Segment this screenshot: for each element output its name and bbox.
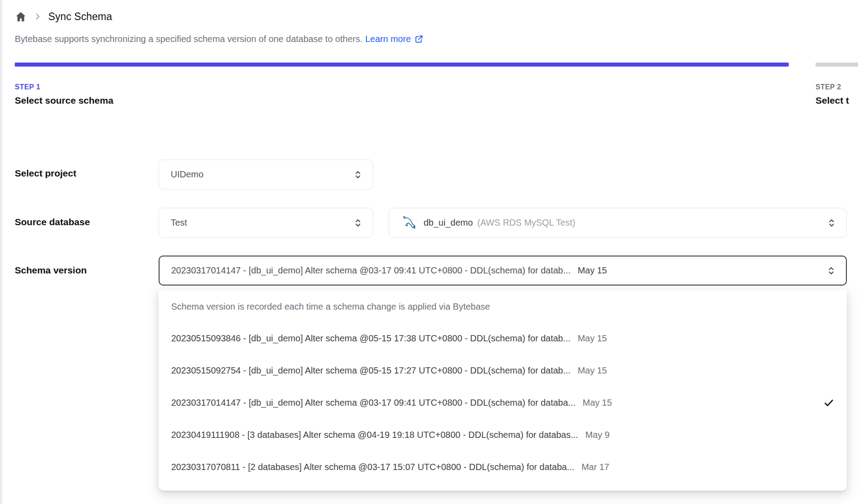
- step-2-block: STEP 2 Select t: [816, 83, 849, 106]
- project-select[interactable]: UIDemo: [159, 160, 373, 189]
- step-1-number: STEP 1: [15, 83, 114, 91]
- select-project-label: Select project: [15, 168, 76, 179]
- chevron-up-down-icon: [353, 170, 363, 180]
- source-database-label: Source database: [15, 217, 90, 227]
- option-text: 20230515092754 - [db_ui_demo] Alter sche…: [171, 365, 571, 376]
- environment-select-value: Test: [171, 218, 187, 228]
- chevron-up-down-icon: [353, 218, 363, 228]
- schema-version-option[interactable]: 20230515093846 - [db_ui_demo] Alter sche…: [159, 322, 847, 354]
- option-text: 20230515093846 - [db_ui_demo] Alter sche…: [171, 333, 571, 344]
- schema-version-option[interactable]: 20230317070811 - [2 databases] Alter sch…: [159, 451, 847, 483]
- schema-version-option-selected[interactable]: 20230317014147 - [db_ui_demo] Alter sche…: [159, 386, 847, 419]
- schema-version-option[interactable]: 20230515092754 - [db_ui_demo] Alter sche…: [159, 354, 847, 386]
- dropdown-header: Schema version is recorded each time a s…: [159, 302, 847, 322]
- option-date: Mar 17: [581, 462, 609, 472]
- sync-schema-page: Sync Schema Bytebase supports synchroniz…: [2, 0, 858, 504]
- chevron-up-down-icon: [827, 218, 837, 228]
- page-title: Sync Schema: [48, 11, 112, 23]
- option-text: 20230317014147 - [db_ui_demo] Alter sche…: [171, 398, 576, 408]
- step-1-block: STEP 1 Select source schema: [15, 83, 114, 106]
- option-date: May 9: [585, 430, 610, 440]
- intro-description: Bytebase supports synchronizing a specif…: [15, 34, 362, 44]
- progress-bar-step1: [15, 63, 789, 67]
- schema-version-select[interactable]: 20230317014147 - [db_ui_demo] Alter sche…: [159, 256, 847, 286]
- chevron-up-down-icon: [826, 266, 836, 276]
- database-select-detail: (AWS RDS MySQL Test): [477, 218, 575, 228]
- schema-version-option[interactable]: 20230419111908 - [3 databases] Alter sch…: [159, 419, 847, 451]
- schema-version-date: May 15: [578, 265, 607, 276]
- option-text: 20230317070811 - [2 databases] Alter sch…: [171, 462, 574, 472]
- learn-more-link[interactable]: Learn more: [365, 34, 423, 44]
- schema-version-label: Schema version: [15, 265, 87, 276]
- environment-select[interactable]: Test: [159, 208, 373, 238]
- option-text: 20230419111908 - [3 databases] Alter sch…: [171, 430, 578, 440]
- learn-more-label: Learn more: [365, 34, 411, 44]
- chevron-right-icon: [33, 12, 42, 21]
- project-select-value: UIDemo: [171, 169, 203, 180]
- step-1-title: Select source schema: [15, 95, 114, 106]
- option-date: May 15: [578, 333, 607, 344]
- home-icon[interactable]: [15, 11, 27, 23]
- intro-text: Bytebase supports synchronizing a specif…: [15, 34, 424, 44]
- step-2-title: Select t: [816, 95, 849, 106]
- schema-version-value: 20230317014147 - [db_ui_demo] Alter sche…: [171, 265, 571, 276]
- progress-bar-step2: [816, 63, 858, 67]
- schema-version-dropdown: Schema version is recorded each time a s…: [159, 290, 847, 491]
- breadcrumb: Sync Schema: [15, 9, 112, 24]
- option-date: May 15: [578, 365, 607, 376]
- external-link-icon: [414, 34, 424, 44]
- mysql-dolphin-icon: [401, 214, 417, 231]
- step-2-number: STEP 2: [816, 83, 849, 91]
- database-select[interactable]: db_ui_demo (AWS RDS MySQL Test): [389, 208, 847, 238]
- check-icon: [823, 397, 834, 408]
- option-date: May 15: [583, 398, 612, 408]
- database-select-value: db_ui_demo: [424, 218, 473, 228]
